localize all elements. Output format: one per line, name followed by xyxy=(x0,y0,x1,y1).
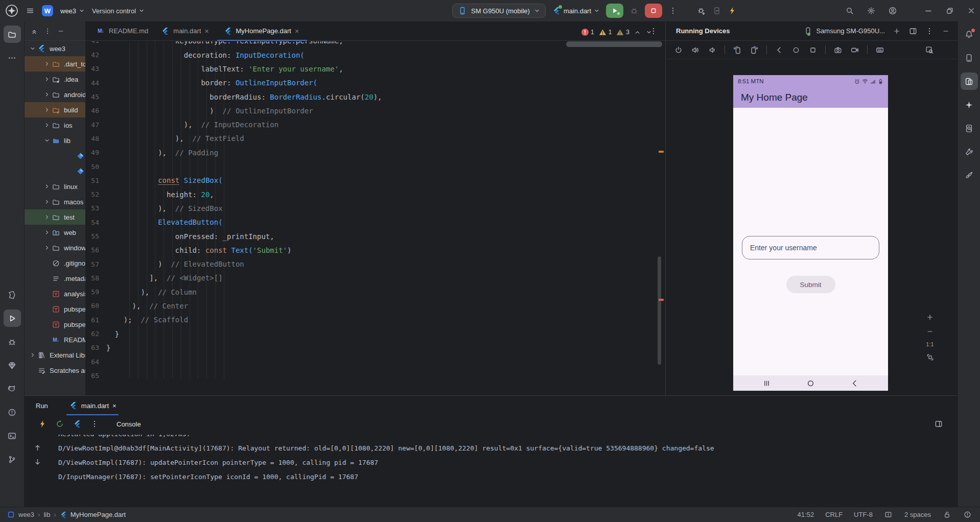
nav-home-icon[interactable] xyxy=(791,45,801,55)
console-line[interactable]: D/ViewRootImpl(17687): updatePointerIcon… xyxy=(58,456,952,470)
inspections-widget[interactable]: !1 1 3 xyxy=(581,28,652,37)
window-close-button[interactable] xyxy=(967,6,976,15)
tree-item-android[interactable]: android xyxy=(25,87,85,102)
chevron-down-icon[interactable] xyxy=(30,45,37,52)
editor-tab-README.md[interactable]: M↓README.md xyxy=(90,21,154,41)
search-icon[interactable] xyxy=(845,6,854,15)
editor-scrollbar[interactable] xyxy=(658,256,661,365)
tree-item-pubspec.lock[interactable]: pubspec.lock xyxy=(25,301,85,317)
stop-button[interactable] xyxy=(645,4,662,18)
nav-back-icon[interactable] xyxy=(775,45,784,55)
chevron-right-icon[interactable] xyxy=(44,76,51,82)
scroll-to-end-icon[interactable] xyxy=(33,457,42,466)
breadcrumb-project[interactable]: wee3 xyxy=(18,511,34,518)
tree-item-dart-file[interactable] xyxy=(25,148,85,163)
settings-gear-icon[interactable] xyxy=(867,6,876,15)
close-tab-icon[interactable]: × xyxy=(205,27,211,35)
run-button[interactable] xyxy=(606,4,623,18)
device-tab[interactable]: Samsung SM-G950U... xyxy=(803,27,884,36)
chevron-right-icon[interactable] xyxy=(44,183,51,189)
tree-item-test[interactable]: test xyxy=(25,209,85,225)
tool-strip-layout-inspector-brush-icon[interactable] xyxy=(961,167,978,184)
hide-panel-icon[interactable] xyxy=(57,27,64,36)
split-console-icon[interactable] xyxy=(934,419,943,429)
console-output[interactable]: Restarted application in 1,027ms.D/ViewR… xyxy=(25,435,958,507)
add-device-icon[interactable] xyxy=(892,27,901,36)
tree-item-dart-file[interactable] xyxy=(25,163,85,179)
scroll-to-top-icon[interactable] xyxy=(33,443,42,452)
recents-button[interactable] xyxy=(762,378,772,388)
window-minimize-button[interactable] xyxy=(924,6,933,15)
breadcrumb-file[interactable]: MyHomePage.dart xyxy=(71,511,126,518)
reset-view-icon[interactable] xyxy=(925,45,934,55)
inspection-box-icon[interactable] xyxy=(884,510,893,519)
attach-debugger-icon[interactable] xyxy=(697,6,706,15)
console-line[interactable]: Restarted application in 1,027ms. xyxy=(58,435,952,441)
tool-strip-more-tools-icon[interactable] xyxy=(4,49,21,66)
tool-strip-notifications-bell-icon[interactable] xyxy=(961,26,978,43)
tree-item-wee3[interactable]: wee3 xyxy=(25,41,85,56)
back-button[interactable] xyxy=(850,378,859,388)
collapse-all-icon[interactable] xyxy=(31,27,38,36)
vcs-widget[interactable]: Version control xyxy=(92,6,145,15)
close-tab-icon[interactable]: × xyxy=(295,27,301,35)
console-line[interactable]: D/InputManager(17687): setPointerIconTyp… xyxy=(58,470,952,484)
device-selector[interactable]: SM G950U (mobile) xyxy=(452,4,546,18)
tool-strip-problems-icon[interactable] xyxy=(4,404,21,421)
chevron-right-icon[interactable] xyxy=(44,107,51,113)
previous-problem-icon[interactable] xyxy=(634,28,641,37)
tree-item-analysis_options.yaml[interactable]: analysis_options.yaml xyxy=(25,286,85,301)
indent-widget[interactable]: 2 spaces xyxy=(904,511,931,518)
tool-strip-terminal-icon[interactable] xyxy=(4,427,21,444)
tree-item-Scratches and Consoles[interactable]: Scratches and Consoles xyxy=(25,363,85,378)
tree-item-build[interactable]: build xyxy=(25,102,85,117)
tree-item-.idea[interactable]: .idea xyxy=(25,72,85,87)
fit-screen-icon[interactable] xyxy=(925,352,935,362)
zoom-scale-label[interactable]: 1:1 xyxy=(926,341,934,347)
tree-item-windows[interactable]: windows xyxy=(25,240,85,255)
editor-tab-main.dart[interactable]: main.dart× xyxy=(154,21,217,41)
hot-reload-icon[interactable] xyxy=(38,419,47,429)
close-tab-icon[interactable]: × xyxy=(112,402,116,410)
run-tab[interactable]: main.dart × xyxy=(66,396,119,415)
chevron-down-icon[interactable] xyxy=(44,137,51,144)
nav-recents-icon[interactable] xyxy=(808,45,818,55)
code-editor[interactable]: 41 keyboardType: TextInputType.personNam… xyxy=(86,41,665,395)
error-stripe-warning[interactable] xyxy=(659,151,664,153)
tool-strip-device-manager-icon[interactable] xyxy=(961,49,978,66)
submit-button[interactable]: Submit xyxy=(786,276,835,293)
tree-item-.dart_tool[interactable]: .dart_tool xyxy=(25,56,85,72)
tool-strip-project-folder-icon[interactable] xyxy=(4,26,21,43)
write-access-icon[interactable] xyxy=(942,510,951,519)
rotate-left-icon[interactable] xyxy=(733,45,742,55)
zoom-in-icon[interactable] xyxy=(925,313,935,322)
zoom-out-icon[interactable] xyxy=(925,327,935,336)
project-options-icon[interactable] xyxy=(44,27,51,36)
window-restore-button[interactable] xyxy=(945,6,954,15)
keyboard-input-icon[interactable] xyxy=(875,45,884,55)
debug-button[interactable] xyxy=(629,6,639,15)
console-options-icon[interactable] xyxy=(90,419,99,429)
line-ending-widget[interactable]: CRLF xyxy=(825,511,843,518)
chevron-right-icon[interactable] xyxy=(44,61,51,67)
tree-item-linux[interactable]: linux xyxy=(25,179,85,194)
error-stripe-error[interactable] xyxy=(659,299,664,301)
project-selector[interactable]: wee3 xyxy=(60,6,85,15)
notifications-status-icon[interactable] xyxy=(963,510,972,519)
more-run-options-icon[interactable] xyxy=(668,6,678,15)
weak-warning-badge[interactable]: 3 xyxy=(616,28,629,37)
chevron-right-icon[interactable] xyxy=(30,352,37,358)
panel-options-icon[interactable] xyxy=(925,27,934,36)
tool-strip-logcat-cat-icon[interactable] xyxy=(4,380,21,397)
volume-down-icon[interactable] xyxy=(708,45,717,55)
run-configuration[interactable]: main.dart xyxy=(552,6,600,15)
tree-item-External Libraries[interactable]: External Libraries xyxy=(25,347,85,363)
video-record-icon[interactable] xyxy=(850,45,859,55)
tool-strip-gemini-sparkle-icon[interactable] xyxy=(961,96,978,113)
tree-item-.metadata[interactable]: .metadata xyxy=(25,271,85,286)
warning-badge[interactable]: 1 xyxy=(599,28,612,37)
tree-item-macos[interactable]: macos xyxy=(25,194,85,209)
account-icon[interactable] xyxy=(888,6,897,15)
tool-strip-debug-bug-icon[interactable] xyxy=(4,333,21,350)
rotate-right-icon[interactable] xyxy=(750,45,759,55)
